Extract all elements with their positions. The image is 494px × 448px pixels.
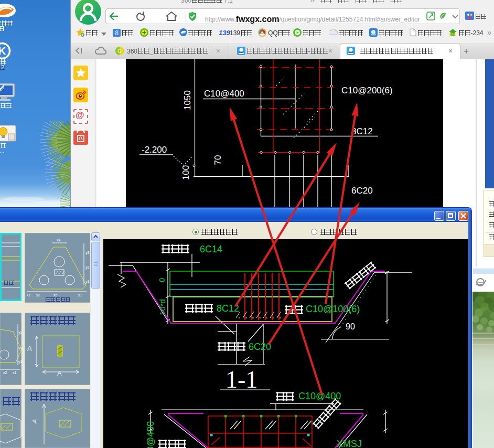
svg-text:y1: y1 (18, 360, 22, 364)
svg-text:C10@400: C10@400 (204, 89, 244, 99)
svg-text:6C20: 6C20 (249, 342, 271, 352)
svg-text:6C14: 6C14 (200, 244, 222, 254)
svg-text:x1: x1 (27, 293, 31, 297)
svg-text:1050: 1050 (182, 90, 192, 110)
svg-text:8C12: 8C12 (217, 303, 239, 314)
svg-text:C10@400: C10@400 (298, 391, 341, 401)
svg-text:10*d: 10*d (158, 299, 167, 315)
svg-text:y2: y2 (85, 265, 90, 270)
svg-text:90: 90 (346, 322, 355, 331)
svg-text:1-1: 1-1 (225, 366, 257, 393)
svg-text:C10@400: C10@400 (145, 421, 156, 448)
svg-text:x1: x1 (13, 371, 17, 375)
svg-text:6C20: 6C20 (351, 186, 373, 196)
svg-text:y2: y2 (18, 346, 22, 350)
svg-text:-2.200: -2.200 (142, 145, 167, 155)
svg-text:x1: x1 (78, 293, 82, 297)
svg-text:K: K (0, 45, 6, 57)
svg-text:70: 70 (213, 155, 223, 165)
svg-text:0: 0 (157, 278, 166, 282)
svg-text:8: 8 (115, 29, 119, 37)
svg-text:x4: x4 (57, 238, 61, 242)
svg-text:y3: y3 (85, 251, 90, 255)
svg-text:100: 100 (181, 165, 191, 180)
svg-text:8C12: 8C12 (351, 126, 373, 136)
svg-text:x2: x2 (36, 293, 40, 297)
svg-text:XMSJ: XMSJ (337, 439, 362, 448)
svg-text:y1: y1 (85, 280, 90, 284)
svg-text:x5: x5 (53, 293, 58, 297)
svg-text:x2: x2 (3, 371, 7, 375)
svg-text:2345: 2345 (449, 33, 457, 36)
svg-text:C10@100(6): C10@100(6) (306, 304, 360, 314)
svg-text:C10@200(6): C10@200(6) (341, 86, 393, 95)
svg-text:y3: y3 (18, 330, 22, 335)
